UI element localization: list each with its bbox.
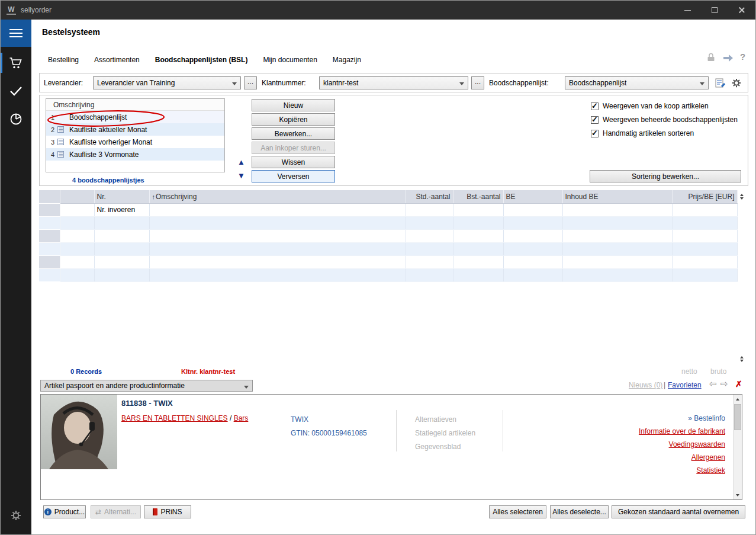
order-info-link[interactable]: » Bestelinfo (688, 414, 725, 422)
minimize-button[interactable] (674, 1, 701, 20)
netto-toggle[interactable]: netto (681, 367, 697, 376)
send-to-buyer-button[interactable]: Aan inkoper sturen... (252, 142, 335, 154)
delete-button[interactable]: Wissen (252, 156, 335, 168)
chevron-down-icon (700, 82, 704, 85)
edit-sorting-button[interactable]: Sortering bewerken... (590, 170, 741, 182)
deselect-all-button[interactable]: Alles deselecte... (550, 505, 609, 518)
column-header-inhoud-be[interactable]: Inhoud BE (562, 190, 672, 203)
tab-bestelling[interactable]: Bestelling (48, 56, 79, 64)
column-header-prijs[interactable]: Prijs/BE [EUR] (672, 190, 737, 203)
info-icon: i (44, 508, 52, 515)
nutrition-link[interactable]: Voedingswaarden (639, 438, 725, 451)
new-button[interactable]: Nieuw (252, 99, 335, 111)
table-row[interactable] (39, 268, 737, 281)
move-up-button[interactable]: ▲ (237, 158, 245, 166)
gear-icon (731, 78, 742, 88)
column-header-nr[interactable]: Nr. (94, 190, 149, 203)
table-entry-row[interactable]: Nr. invoeren (39, 203, 737, 216)
customer-select[interactable]: klantnr-test (319, 76, 468, 89)
product-button[interactable]: i Product... (43, 505, 86, 518)
customer-label: Klantnummer: (262, 79, 306, 87)
supplier-browse-button[interactable]: ... (244, 76, 257, 89)
tab-boodschappenlijsten[interactable]: Boodschappenlijsten (BSL) (155, 56, 248, 64)
list-item-boodschappenlijst[interactable]: 1 Boodschappenlijst (46, 111, 224, 123)
sidebar-item-statistics[interactable] (1, 107, 31, 131)
bruto-toggle[interactable]: bruto (710, 367, 726, 376)
option-show-managed-lists[interactable]: Weergeven beheerde boodschappenlijsten (591, 116, 738, 124)
copy-button[interactable]: Kopiëren (252, 113, 335, 126)
row-selector[interactable] (39, 268, 60, 281)
tab-assortimenten[interactable]: Assortimenten (94, 56, 140, 64)
row-selector[interactable] (39, 216, 60, 229)
previous-arrow-icon[interactable]: ⇦ (709, 379, 717, 389)
edit-button[interactable]: Bewerken... (252, 127, 335, 140)
alternative-button[interactable]: ⇄ Alternati... (91, 505, 141, 518)
list-item-label: Kaufliste 3 Vormonate (69, 150, 139, 159)
menu-button[interactable] (1, 20, 31, 47)
checkbox-checked-icon (591, 116, 599, 124)
panel-scrollbar[interactable] (733, 395, 742, 499)
list-item-kaufliste-3vormonate[interactable]: 4 Kaufliste 3 Vormonate (46, 148, 224, 161)
sidebar-item-orders[interactable] (1, 51, 31, 75)
row-selector[interactable] (39, 242, 60, 255)
row-selector[interactable] (39, 229, 60, 242)
list-item-kaufliste-vorherig[interactable]: 3 Kaufliste vorheriger Monat (46, 136, 224, 148)
scroll-up-down-icon[interactable] (738, 354, 745, 363)
prins-button[interactable]: PRiNS (144, 505, 191, 518)
favorites-link[interactable]: Favorieten (668, 381, 702, 389)
maximize-button[interactable] (701, 1, 728, 20)
column-header-be[interactable]: BE (503, 190, 562, 203)
row-selector[interactable] (39, 203, 60, 216)
edit-list-button[interactable] (715, 77, 726, 89)
row-selector-header[interactable] (39, 190, 60, 203)
select-all-button[interactable]: Alles selecteren (489, 505, 546, 518)
sidebar-item-confirmations[interactable] (1, 79, 31, 102)
column-header-std-aantal[interactable]: Std.-aantal (406, 190, 453, 203)
supplier-select[interactable]: Leverancier van Training (93, 76, 241, 89)
list-item-kaufliste-aktuell[interactable]: 2 Kaufliste aktueller Monat (46, 123, 224, 136)
product-info-select[interactable]: Artikel paspoort en andere productinform… (40, 380, 253, 392)
help-button[interactable]: ? (740, 52, 745, 62)
column-header-blank[interactable] (60, 190, 94, 203)
category-link[interactable]: BARS EN TABLETTEN SINGLES (121, 414, 228, 422)
next-arrow-icon[interactable]: ⇨ (720, 379, 728, 389)
sidebar-item-settings[interactable] (1, 504, 31, 527)
column-header-omschrijving[interactable]: ↑Omschrijving (149, 190, 406, 203)
tab-magazijn[interactable]: Magazijn (333, 56, 361, 64)
list-settings-button[interactable] (731, 77, 742, 89)
table-row[interactable] (39, 242, 737, 255)
nr-entry-cell[interactable]: Nr. invoeren (94, 203, 149, 216)
table-row[interactable] (39, 255, 737, 268)
tab-mijn-documenten[interactable]: Mijn documenten (263, 56, 317, 64)
close-panel-icon[interactable]: ✗ (735, 379, 742, 389)
subcategory-link[interactable]: Bars (234, 414, 249, 422)
datasheet-link-disabled: Gegevensblad (415, 440, 475, 454)
forward-button[interactable] (722, 54, 734, 64)
customer-browse-button[interactable]: ... (471, 76, 484, 89)
move-down-button[interactable]: ▼ (237, 172, 245, 180)
option-manual-sorting[interactable]: Handmatig artikelen sorteren (591, 129, 694, 137)
manufacturer-info-link[interactable]: Informatie over de fabrikant (639, 425, 725, 438)
scroll-up-down-icon[interactable] (738, 192, 745, 201)
close-button[interactable] (728, 1, 755, 20)
list-count: 4 boodschappenlijstjes (72, 177, 144, 184)
minimize-icon (684, 10, 691, 11)
refresh-button[interactable]: Verversen (252, 170, 335, 182)
apply-default-quantity-button[interactable]: Gekozen standaard aantal overnemen (612, 505, 745, 518)
scrollbar-thumb[interactable] (734, 404, 741, 430)
scroll-up-button[interactable] (734, 395, 742, 403)
lock-button[interactable] (706, 53, 716, 64)
statistics-link[interactable]: Statistiek (639, 464, 725, 477)
product-extra-links: Alternatieven Statiegeld artikelen Gegev… (415, 413, 475, 454)
column-header-bst-aantal[interactable]: Bst.-aantal (453, 190, 503, 203)
option-show-purchase-articles[interactable]: Weergeven van de koop artikelen (591, 102, 709, 110)
allergens-link[interactable]: Allergenen (639, 451, 725, 464)
table-row[interactable] (39, 229, 737, 242)
scroll-down-button[interactable] (734, 491, 742, 499)
row-selector[interactable] (39, 255, 60, 268)
table-row[interactable] (39, 216, 737, 229)
chevron-down-icon (459, 82, 464, 85)
list-column-header[interactable]: Omschrijving (46, 99, 224, 111)
shopping-list-select[interactable]: Boodschappenlijst (565, 76, 709, 89)
news-link[interactable]: Nieuws (0) (629, 381, 662, 389)
